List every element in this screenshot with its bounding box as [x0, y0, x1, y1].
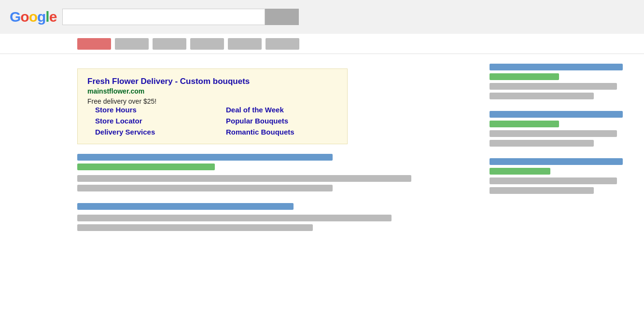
- ad-link-romantic-bouquets[interactable]: Romantic Bouquets: [226, 128, 337, 136]
- left-content: Fresh Flower Delivery - Custom bouquets …: [0, 64, 485, 327]
- ad-link-store-hours[interactable]: Store Hours: [95, 106, 207, 114]
- nav-tab-5[interactable]: [266, 38, 299, 50]
- nav-tab-4[interactable]: [228, 38, 262, 50]
- result-1-title-bar[interactable]: [77, 154, 333, 161]
- logo-o1: o: [20, 9, 28, 25]
- ad-title[interactable]: Fresh Flower Delivery - Custom bouquets: [87, 77, 337, 86]
- sidebar-result-3: [490, 158, 634, 194]
- search-button[interactable]: [265, 9, 299, 25]
- result-1-desc-bar-1: [77, 175, 411, 182]
- sidebar-1-url-bar[interactable]: [490, 73, 559, 80]
- sidebar-1-title-bar[interactable]: [490, 64, 623, 70]
- sidebar-2-title-bar[interactable]: [490, 111, 623, 118]
- sidebar-result-1: [490, 64, 634, 99]
- sidebar-1-desc-bar-1: [490, 83, 617, 90]
- sidebar-1-desc-bar-2: [490, 93, 594, 99]
- ad-description: Free delivery over $25!: [87, 97, 156, 105]
- result-2-title-bar[interactable]: [77, 203, 294, 210]
- nav-tabs: [0, 34, 644, 54]
- sidebar-3-desc-bar-1: [490, 177, 617, 184]
- google-logo: Google: [10, 9, 56, 25]
- ad-link-delivery-services[interactable]: Delivery Services: [95, 128, 207, 136]
- ad-url[interactable]: mainstflower.com: [87, 87, 337, 95]
- header: Google: [0, 0, 644, 34]
- result-2-desc-bar-1: [77, 215, 392, 221]
- logo-o2: o: [29, 9, 37, 25]
- result-1-url-bar[interactable]: [77, 164, 215, 170]
- sidebar-2-desc-bar-1: [490, 130, 617, 137]
- logo-g: G: [10, 9, 20, 25]
- nav-tab-2[interactable]: [153, 38, 186, 50]
- ad-link-deal-of-week[interactable]: Deal of the Week: [226, 106, 337, 114]
- logo-l: l: [45, 9, 49, 25]
- ad-link-popular-bouquets[interactable]: Popular Bouquets: [226, 117, 337, 125]
- result-2-desc-bar-2: [77, 224, 313, 231]
- result-block-2: [77, 203, 470, 231]
- result-1-desc-bar-2: [77, 185, 333, 191]
- ad-link-store-locator[interactable]: Store Locator: [95, 117, 207, 125]
- search-input[interactable]: [62, 9, 265, 25]
- sidebar-2-url-bar[interactable]: [490, 121, 559, 127]
- ad-links: Store Hours Deal of the Week Store Locat…: [87, 106, 337, 136]
- sidebar-result-2: [490, 111, 634, 147]
- main-content: Fresh Flower Delivery - Custom bouquets …: [0, 54, 644, 327]
- sidebar-3-title-bar[interactable]: [490, 158, 623, 165]
- result-block-1: [77, 154, 470, 191]
- sidebar-3-desc-bar-2: [490, 187, 594, 194]
- sidebar-3-url-bar[interactable]: [490, 168, 550, 175]
- ad-box: Fresh Flower Delivery - Custom bouquets …: [77, 68, 348, 144]
- nav-tab-1[interactable]: [115, 38, 149, 50]
- sidebar-2-desc-bar-2: [490, 140, 594, 147]
- nav-tab-0[interactable]: [77, 38, 111, 50]
- logo-g2: g: [37, 9, 45, 25]
- nav-tab-3[interactable]: [190, 38, 224, 50]
- search-bar: [62, 9, 299, 25]
- logo-e: e: [49, 9, 57, 25]
- right-sidebar: [485, 64, 644, 327]
